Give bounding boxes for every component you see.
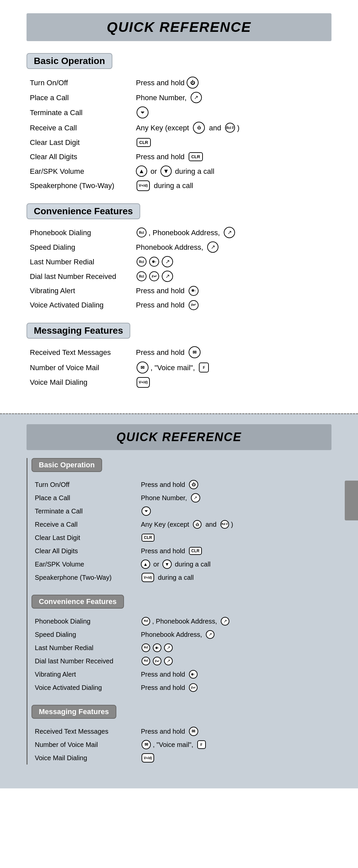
row-terminate-call: Terminate a Call ⏷ (27, 105, 331, 120)
hash-down-icon: #↵ (149, 271, 159, 281)
bottom-messaging-header: Messaging Features (32, 705, 116, 719)
bottom-label-voice-mail-dialing: Voice Mail Dialing (35, 753, 141, 763)
bottom-f-key-icon: F (197, 740, 206, 749)
bottom-power-icon: ⏻ (189, 480, 198, 489)
label-turn-on-off: Turn On/Off (30, 77, 136, 88)
bottom-value-voice-activated-dialing: Press and hold #↵ (141, 683, 198, 692)
bottom-value-vibrating-alert: Press and hold ✱↑ (141, 669, 198, 679)
page: QUICK REFERENCE Basic Operation Turn On/… (0, 0, 358, 788)
bottom-rcl-f-icon: Rd F (221, 520, 229, 529)
bottom-call-icon-2: ↗ (221, 617, 229, 625)
bottom-vol-up-icon: ▲ (141, 560, 150, 569)
bottom-label-number-voice-mail: Number of Voice Mail (35, 740, 141, 750)
hash-down-icon-2: #↵ (189, 300, 199, 310)
value-place-call: Phone Number, ↗ (136, 92, 202, 103)
row-receive-call: Receive a Call Any Key (except ⏻ and Rcl… (27, 120, 331, 135)
bottom-label-received-text-messages: Received Text Messages (35, 726, 141, 736)
bottom-label-vibrating-alert: Vibrating Alert (35, 669, 141, 679)
row-place-call: Place a Call Phone Number, ↗ (27, 90, 331, 105)
value-ear-spk-volume: ▲ or ▼ during a call (136, 165, 215, 177)
row-speakerphone: Speakerphone (Two-Way) V+/d) during a ca… (27, 179, 331, 193)
label-voice-activated-dialing: Voice Activated Dialing (30, 300, 136, 310)
value-turn-on-off: Press and hold ⏻ (136, 76, 199, 89)
end-call-icon: ⏷ (137, 106, 149, 118)
bottom-row-speed-dialing: Speed Dialing Phonebook Address, ↗ (32, 628, 331, 641)
value-dial-last-received: Rcl #↵ ↗ (136, 271, 174, 282)
bottom-row-ear-spk-volume: Ear/SPK Volume ▲ or ▼ during a call (32, 558, 331, 571)
bottom-hash-down-icon-2: #↵ (189, 683, 198, 692)
bottom-value-receive-call: Any Key (except ⏻ and Rd F ) (141, 519, 233, 529)
clr-icon: CLR (137, 138, 151, 147)
value-phonebook-dialing: Rcl , Phonebook Address, ↗ (136, 227, 236, 238)
label-receive-call: Receive a Call (30, 122, 136, 133)
value-clear-last-digit: CLR (136, 138, 152, 147)
row-clear-all-digits: Clear All Digits Press and hold CLR (27, 150, 331, 164)
bottom-convenience-features-section: Convenience Features Phonebook Dialing R… (32, 595, 331, 694)
label-place-call: Place a Call (30, 92, 136, 103)
bottom-messaging-features-section: Messaging Features Received Text Message… (32, 705, 331, 765)
bottom-star-up-icon: ✱↑ (153, 644, 161, 652)
bottom-hash-down-icon: #↵ (153, 657, 161, 665)
value-vibrating-alert: Press and hold ✱↑ (136, 285, 199, 296)
call-icon: ↗ (191, 92, 202, 103)
label-phonebook-dialing: Phonebook Dialing (30, 227, 136, 238)
bottom-value-speakerphone: V+/d) during a call (141, 572, 194, 582)
top-title-bar: QUICK REFERENCE (27, 13, 331, 41)
bottom-basic-operation-title: Basic Operation (39, 461, 95, 469)
bottom-value-dial-last-received: Rd #↵ ↗ (141, 657, 173, 665)
row-dial-last-received: Dial last Number Received Rcl #↵ ↗ (27, 269, 331, 284)
bottom-row-last-number-redial: Last Number Redial Rd ✱↑ ↗ (32, 641, 331, 654)
row-number-voice-mail: Number of Voice Mail ✉ , "Voice mail", F (27, 360, 331, 375)
bottom-call-icon-5: ↗ (164, 657, 173, 665)
row-voice-activated-dialing: Voice Activated Dialing Press and hold #… (27, 298, 331, 312)
spk-icon-2: V+/d) (137, 377, 150, 388)
row-speed-dialing: Speed Dialing Phonebook Address, ↗ (27, 240, 331, 254)
bottom-label-voice-activated-dialing: Voice Activated Dialing (35, 683, 141, 692)
bottom-row-received-text-messages: Received Text Messages Press and hold ✉ (32, 725, 331, 738)
row-received-text-messages: Received Text Messages Press and hold ✉ (27, 345, 331, 360)
bottom-basic-operation-header: Basic Operation (32, 458, 102, 472)
row-clear-last-digit: Clear Last Digit CLR (27, 135, 331, 150)
bottom-label-receive-call: Receive a Call (35, 519, 141, 529)
bottom-value-received-text-messages: Press and hold ✉ (141, 726, 199, 736)
bottom-basic-operation-section: Basic Operation Turn On/Off Press and ho… (32, 458, 331, 584)
bottom-rcl-icon-2: Rd (141, 644, 150, 652)
top-messaging-features-section: Messaging Features Received Text Message… (27, 323, 331, 390)
bottom-label-dial-last-received: Dial last Number Received (35, 656, 141, 666)
bottom-clr-hold-icon: CLR (189, 547, 202, 555)
call-icon-4: ↗ (162, 256, 173, 267)
bottom-label-phonebook-dialing: Phonebook Dialing (35, 616, 141, 626)
label-voice-mail-dialing: Voice Mail Dialing (30, 377, 136, 388)
value-speed-dialing: Phonebook Address, ↗ (136, 242, 219, 253)
bottom-label-terminate-call: Terminate a Call (35, 506, 141, 516)
bottom-vol-down-icon: ▼ (162, 560, 172, 569)
bottom-value-clear-all-digits: Press and hold CLR (141, 546, 202, 556)
top-messaging-title: Messaging Features (34, 326, 123, 336)
value-terminate-call: ⏷ (136, 106, 149, 118)
label-ear-spk-volume: Ear/SPK Volume (30, 166, 136, 177)
top-title: QUICK REFERENCE (27, 19, 331, 35)
bottom-value-clear-last-digit: CLR (141, 534, 155, 541)
value-speakerphone: V+/d) during a call (136, 180, 193, 191)
vol-down-icon: ▼ (160, 165, 172, 177)
bottom-value-ear-spk-volume: ▲ or ▼ during a call (141, 559, 210, 569)
f-key-icon: F (199, 363, 209, 372)
bottom-value-speed-dialing: Phonebook Address, ↗ (141, 629, 215, 640)
bottom-call-icon: ↗ (191, 493, 200, 502)
bottom-row-voice-activated-dialing: Voice Activated Dialing Press and hold #… (32, 681, 331, 694)
star-up-icon-2: ✱↑ (189, 286, 199, 296)
bottom-value-number-voice-mail: ✉ , "Voice mail", F (141, 740, 206, 750)
label-clear-last-digit: Clear Last Digit (30, 137, 136, 148)
value-last-number-redial: Rcl ✱↑ ↗ (136, 256, 174, 267)
rcl-icon-3: Rcl (137, 271, 147, 281)
bottom-convenience-header: Convenience Features (32, 595, 124, 609)
bottom-value-last-number-redial: Rd ✱↑ ↗ (141, 644, 173, 652)
call-icon-3: ↗ (207, 242, 219, 253)
bottom-power-except-icon: ⏻ (193, 520, 201, 529)
label-speakerphone: Speakerphone (Two-Way) (30, 180, 136, 191)
vol-up-icon: ▲ (136, 165, 147, 177)
bottom-label-clear-all-digits: Clear All Digits (35, 546, 141, 556)
call-icon-2: ↗ (224, 227, 235, 238)
value-received-text-messages: Press and hold ✉ (136, 346, 201, 358)
bottom-row-place-call: Place a Call Phone Number, ↗ (32, 491, 331, 504)
